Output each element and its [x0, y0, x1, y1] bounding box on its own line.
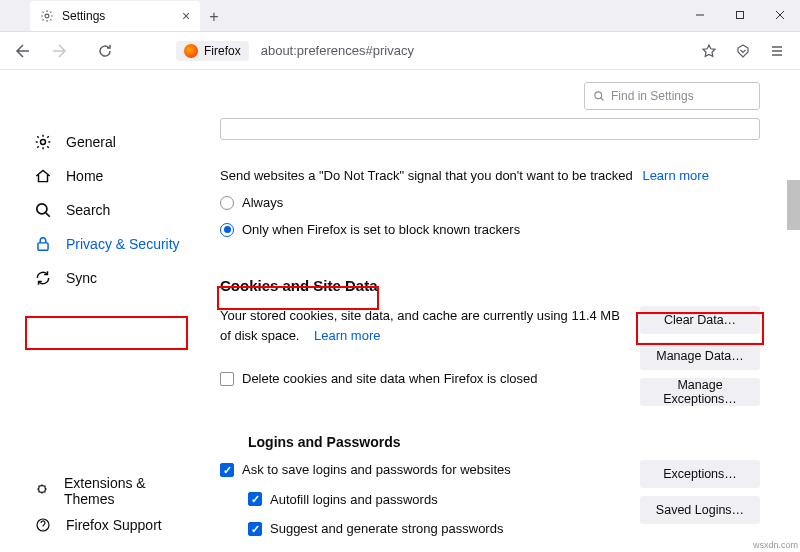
manage-data-button[interactable]: Manage Data…: [640, 342, 760, 370]
checkbox-label: Suggest and generate strong passwords: [270, 519, 503, 539]
url-text: about:preferences#privacy: [255, 43, 420, 58]
gear-icon: [34, 133, 52, 151]
svg-rect-2: [737, 12, 744, 19]
sidebar-item-sync[interactable]: Sync: [28, 261, 190, 295]
search-icon: [34, 201, 52, 219]
close-tab-icon[interactable]: ×: [178, 8, 194, 24]
firefox-icon: [184, 44, 198, 58]
ask-save-logins-checkbox[interactable]: Ask to save logins and passwords for web…: [220, 460, 620, 480]
dnt-radio-only-blocking[interactable]: Only when Firefox is set to block known …: [220, 222, 760, 237]
svg-point-13: [595, 92, 602, 99]
radio-label: Only when Firefox is set to block known …: [242, 222, 520, 237]
dnt-description: Send websites a "Do Not Track" signal th…: [220, 168, 760, 183]
checkbox-icon: [248, 492, 262, 506]
search-icon: [593, 90, 605, 102]
minimize-button[interactable]: [680, 0, 720, 31]
close-window-button[interactable]: [760, 0, 800, 31]
sidebar-label: Search: [66, 202, 110, 218]
manage-exceptions-button[interactable]: Manage Exceptions…: [640, 378, 760, 406]
search-placeholder: Find in Settings: [611, 89, 694, 103]
scrollbar-thumb[interactable]: [787, 180, 800, 230]
delete-on-close-checkbox[interactable]: Delete cookies and site data when Firefo…: [220, 369, 620, 389]
saved-logins-button[interactable]: Saved Logins…: [640, 496, 760, 524]
tracker-exceptions-box[interactable]: [220, 118, 760, 140]
bookmark-star-icon[interactable]: [694, 36, 724, 66]
new-tab-button[interactable]: +: [200, 3, 228, 31]
url-identity[interactable]: Firefox: [176, 41, 249, 61]
suggest-passwords-checkbox[interactable]: Suggest and generate strong passwords: [248, 519, 620, 539]
sidebar-item-support[interactable]: Firefox Support: [28, 508, 190, 542]
cookies-learn-more-link[interactable]: Learn more: [314, 328, 380, 343]
help-icon: [34, 516, 52, 534]
svg-point-8: [41, 140, 46, 145]
autofill-logins-checkbox[interactable]: Autofill logins and passwords: [248, 490, 620, 510]
window-controls: [680, 0, 800, 31]
sidebar-label: Home: [66, 168, 103, 184]
forward-button[interactable]: [44, 36, 74, 66]
url-bar[interactable]: Firefox about:preferences#privacy: [176, 41, 688, 61]
checkbox-icon: [220, 372, 234, 386]
app-menu-icon[interactable]: [762, 36, 792, 66]
back-button[interactable]: [8, 36, 38, 66]
svg-point-9: [37, 204, 47, 214]
svg-point-0: [45, 14, 49, 18]
sync-icon: [34, 269, 52, 287]
puzzle-icon: [34, 482, 50, 500]
svg-line-14: [601, 98, 604, 101]
checkbox-label: Ask to save logins and passwords for web…: [242, 460, 511, 480]
cookies-description: Your stored cookies, site data, and cach…: [220, 308, 620, 343]
sidebar-item-general[interactable]: General: [28, 125, 190, 159]
main-panel: Find in Settings Send websites a "Do Not…: [210, 70, 800, 552]
sidebar-label: Firefox Support: [66, 517, 162, 533]
sidebar-item-privacy[interactable]: Privacy & Security: [28, 227, 190, 261]
pocket-icon[interactable]: [728, 36, 758, 66]
sidebar-item-extensions[interactable]: Extensions & Themes: [28, 474, 190, 508]
checkbox-label: Autofill logins and passwords: [270, 490, 438, 510]
toolbar: Firefox about:preferences#privacy: [0, 32, 800, 70]
logins-heading: Logins and Passwords: [248, 434, 760, 450]
sidebar: General Home Search Privacy & Security S…: [0, 70, 210, 552]
checkbox-label: Delete cookies and site data when Firefo…: [242, 369, 538, 389]
checkbox-icon: [248, 522, 262, 536]
dnt-radio-always[interactable]: Always: [220, 195, 760, 210]
clear-data-button[interactable]: Clear Data…: [640, 306, 760, 334]
watermark: wsxdn.com: [753, 540, 798, 550]
reload-button[interactable]: [90, 36, 120, 66]
radio-icon: [220, 223, 234, 237]
cookies-heading: Cookies and Site Data: [220, 277, 760, 294]
checkbox-icon: [220, 463, 234, 477]
sidebar-label: Privacy & Security: [66, 236, 180, 252]
radio-label: Always: [242, 195, 283, 210]
radio-icon: [220, 196, 234, 210]
logins-exceptions-button[interactable]: Exceptions…: [640, 460, 760, 488]
gear-icon: [40, 9, 54, 23]
svg-rect-11: [38, 243, 48, 250]
sidebar-item-search[interactable]: Search: [28, 193, 190, 227]
sidebar-item-home[interactable]: Home: [28, 159, 190, 193]
sidebar-label: Sync: [66, 270, 97, 286]
find-in-settings-input[interactable]: Find in Settings: [584, 82, 760, 110]
content-area: General Home Search Privacy & Security S…: [0, 70, 800, 552]
tab-title: Settings: [62, 9, 170, 23]
browser-tab[interactable]: Settings ×: [30, 1, 200, 31]
maximize-button[interactable]: [720, 0, 760, 31]
url-prefix: Firefox: [204, 44, 241, 58]
sidebar-label: Extensions & Themes: [64, 475, 184, 507]
sidebar-label: General: [66, 134, 116, 150]
dnt-learn-more-link[interactable]: Learn more: [642, 168, 708, 183]
svg-line-10: [46, 213, 50, 217]
lock-icon: [34, 235, 52, 253]
titlebar: Settings × +: [0, 0, 800, 32]
home-icon: [34, 167, 52, 185]
